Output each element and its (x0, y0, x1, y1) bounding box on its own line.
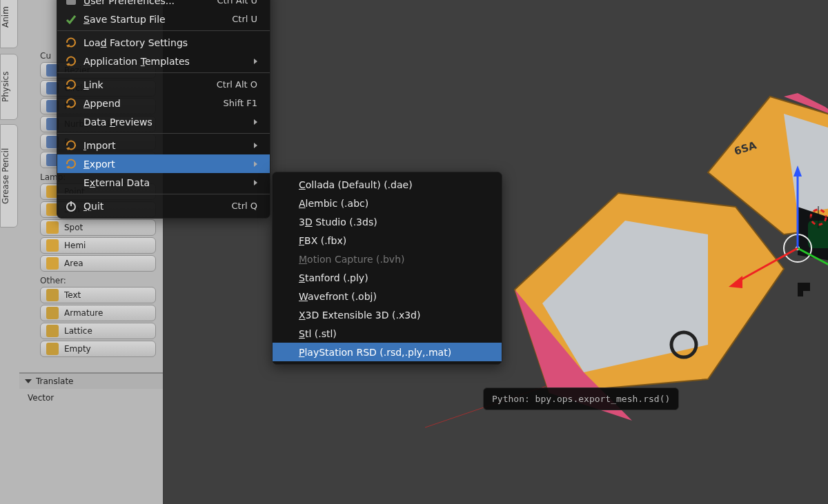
other-empty-button[interactable]: Empty (40, 341, 156, 357)
label: Area (64, 259, 83, 268)
export-playstation-rsd-rsd-ply-mat[interactable]: PlayStation RSD (.rsd,.ply,.mat) (273, 343, 502, 361)
file-menu-export[interactable]: Export (57, 154, 270, 173)
menu-item-label: PlayStation RSD (.rsd,.ply,.mat) (299, 347, 489, 358)
blank-icon (279, 234, 293, 248)
orange-icon (64, 139, 78, 152)
blank-icon (279, 252, 293, 266)
file-menu-save-startup-file[interactable]: Save Startup FileCtrl U (57, 10, 270, 28)
label: Lattice (64, 326, 92, 336)
blank-icon (279, 271, 293, 285)
svg-marker-13 (793, 165, 802, 177)
menu-item-label: Append (83, 98, 203, 109)
other-section-label: Other: (40, 276, 163, 285)
export-alembic-abc[interactable]: Alembic (.abc) (273, 194, 502, 212)
translate-panel-header[interactable]: Translate (19, 372, 163, 389)
blank-icon (64, 176, 78, 190)
label: Armature (64, 308, 103, 318)
lamp-spot-button[interactable]: Spot (40, 219, 156, 236)
submenu-arrow-icon (254, 161, 257, 167)
submenu-arrow-icon (254, 180, 257, 185)
other-lattice-button[interactable]: Lattice (40, 323, 156, 339)
blank-icon (279, 308, 293, 322)
menu-item-label: FBX (.fbx) (299, 235, 489, 246)
menu-item-label: External Data (83, 177, 246, 188)
menu-item-label: Stl (.stl) (299, 328, 489, 339)
file-menu-load-factory-settings[interactable]: Load Factory Settings (57, 33, 270, 52)
file-menu-data-previews[interactable]: Data Previews (57, 112, 270, 131)
menu-item-label: X3D Extensible 3D (.x3d) (299, 310, 489, 321)
menu-item-label: Data Previews (83, 117, 246, 128)
menu-item-shortcut: Shift F1 (224, 98, 257, 108)
file-menu-link[interactable]: LinkCtrl Alt O (57, 75, 270, 94)
file-menu-quit[interactable]: QuitCtrl Q (57, 196, 270, 215)
blank-icon (279, 345, 293, 359)
export-motion-capture-bvh: Motion Capture (.bvh) (273, 250, 502, 268)
label: Empty (64, 344, 91, 354)
orange-icon (64, 54, 78, 68)
orange-icon (64, 157, 78, 171)
disclosure-triangle-icon (25, 379, 32, 383)
menu-item-label: Motion Capture (.bvh) (299, 254, 489, 265)
blank-icon (279, 215, 293, 229)
export-collada-default-dae[interactable]: Collada (Default) (.dae) (273, 175, 502, 194)
menu-item-label: Collada (Default) (.dae) (299, 179, 489, 190)
operator-tooltip: Python: bpy.ops.export_mesh.rsd() (483, 387, 679, 410)
menu-item-label: Application Templates (83, 56, 246, 67)
power-icon (64, 199, 78, 213)
orange-icon (64, 97, 78, 110)
orange-icon (64, 78, 78, 92)
3d-manipulator[interactable] (715, 159, 828, 310)
label: Text (64, 290, 81, 300)
menu-item-label: Save Startup File (83, 14, 211, 25)
svg-line-16 (736, 248, 798, 283)
menu-item-label: Export (83, 159, 246, 170)
export-stl-stl[interactable]: Stl (.stl) (273, 324, 502, 343)
other-text-button[interactable]: Text (40, 287, 156, 303)
menu-item-label: Quit (83, 201, 211, 212)
submenu-arrow-icon (254, 119, 257, 125)
label: Hemi (64, 241, 86, 250)
menu-item-label: Import (83, 140, 246, 151)
menu-item-label: Link (83, 79, 196, 90)
menu-item-shortcut: Ctrl U (232, 14, 257, 24)
menu-item-label: Stanford (.ply) (299, 272, 489, 283)
grey-icon (64, 0, 78, 8)
menu-item-label: 3D Studio (.3ds) (299, 216, 489, 228)
blank-icon (279, 196, 293, 210)
export-stanford-ply[interactable]: Stanford (.ply) (273, 268, 502, 287)
export-3d-studio-3ds[interactable]: 3D Studio (.3ds) (273, 212, 502, 231)
lamp-area-button[interactable]: Area (40, 255, 156, 272)
menu-item-label: Load Factory Settings (83, 37, 257, 48)
tab-grease-pencil[interactable]: Grease Pencil (0, 124, 18, 228)
tab-physics[interactable]: Physics (0, 54, 18, 120)
tab-animation[interactable]: Anim (0, 0, 18, 48)
file-menu-append[interactable]: AppendShift F1 (57, 94, 270, 112)
tool-tabs: Anim Physics Grease Pencil (0, 0, 20, 504)
export-x3d-extensible-3d-x3d[interactable]: X3D Extensible 3D (.x3d) (273, 305, 502, 324)
blank-icon (279, 178, 293, 192)
file-menu-application-templates[interactable]: Application Templates (57, 52, 270, 70)
vector-label: Vector (19, 389, 163, 407)
submenu-arrow-icon (254, 59, 257, 64)
blank-icon (64, 115, 78, 129)
export-wavefront-obj[interactable]: Wavefront (.obj) (273, 287, 502, 305)
menu-item-shortcut: Ctrl Alt U (217, 0, 257, 6)
orange-icon (64, 36, 78, 50)
file-menu-external-data[interactable]: External Data (57, 173, 270, 192)
menu-item-label: Wavefront (.obj) (299, 291, 489, 302)
file-menu-import[interactable]: Import (57, 136, 270, 154)
green-icon (64, 12, 78, 26)
export-submenu: Collada (Default) (.dae)Alembic (.abc)3D… (272, 172, 502, 365)
svg-marker-17 (729, 276, 742, 288)
file-menu-user-preferences[interactable]: User Preferences...Ctrl Alt U (57, 0, 270, 10)
menu-item-label: Alembic (.abc) (299, 198, 489, 209)
svg-rect-21 (66, 0, 76, 5)
submenu-arrow-icon (254, 143, 257, 148)
label: Spot (64, 223, 83, 232)
lamp-hemi-button[interactable]: Hemi (40, 237, 156, 254)
blank-icon (279, 290, 293, 303)
other-armature-button[interactable]: Armature (40, 305, 156, 321)
export-fbx-fbx[interactable]: FBX (.fbx) (273, 231, 502, 250)
blank-icon (279, 327, 293, 341)
menu-item-label: User Preferences... (83, 0, 196, 6)
